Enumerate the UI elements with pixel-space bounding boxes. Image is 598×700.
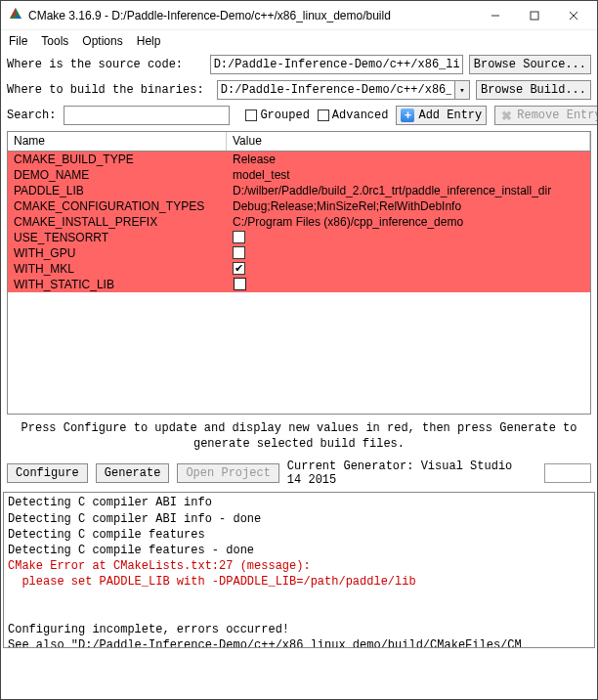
chevron-down-icon: ▾ xyxy=(459,85,464,96)
menu-options[interactable]: Options xyxy=(82,34,122,48)
cache-entry-name: PADDLE_LIB xyxy=(8,183,227,198)
plus-icon: + xyxy=(401,109,414,122)
generator-extra-field[interactable] xyxy=(544,463,591,483)
col-name[interactable]: Name xyxy=(8,132,227,151)
hint-text: Press Configure to update and display ne… xyxy=(1,415,597,458)
cache-entry-name: CMAKE_INSTALL_PREFIX xyxy=(8,214,227,230)
output-line: Detecting C compiler ABI info xyxy=(8,495,590,510)
table-row[interactable]: DEMO_NAMEmodel_test xyxy=(8,167,590,183)
output-line: CMake Error at CMakeLists.txt:27 (messag… xyxy=(8,558,590,574)
grouped-checkbox[interactable]: Grouped xyxy=(245,109,309,122)
table-row[interactable]: CMAKE_CONFIGURATION_TYPESDebug;Release;M… xyxy=(8,198,590,214)
menu-tools[interactable]: Tools xyxy=(41,34,68,48)
checkbox-icon[interactable] xyxy=(233,246,245,259)
cache-entry-value[interactable]: Release xyxy=(227,152,590,167)
browse-source-button[interactable]: Browse Source... xyxy=(469,55,591,74)
col-value[interactable]: Value xyxy=(227,132,590,151)
table-row[interactable]: WITH_MKL✔ xyxy=(8,261,590,277)
advanced-checkbox[interactable]: Advanced xyxy=(318,109,389,122)
remove-entry-button[interactable]: ✖Remove Entry xyxy=(494,106,598,125)
checkbox-icon[interactable]: ✔ xyxy=(233,262,245,275)
titlebar: CMake 3.16.9 - D:/Paddle-Inference-Demo/… xyxy=(1,1,597,30)
output-line: please set PADDLE_LIB with -DPADDLE_LIB=… xyxy=(8,574,590,590)
build-label: Where to build the binaries: xyxy=(7,83,211,97)
build-input[interactable] xyxy=(217,80,454,100)
search-label: Search: xyxy=(7,109,56,122)
source-row: Where is the source code: Browse Source.… xyxy=(1,52,597,77)
cache-entry-value[interactable]: C:/Program Files (x86)/cpp_inference_dem… xyxy=(227,214,590,230)
table-row[interactable]: CMAKE_BUILD_TYPERelease xyxy=(8,152,590,167)
cache-entry-value[interactable] xyxy=(227,230,590,245)
open-project-button[interactable]: Open Project xyxy=(177,463,278,483)
output-line: Detecting C compile features - done xyxy=(8,543,590,558)
window-title: CMake 3.16.9 - D:/Paddle-Inference-Demo/… xyxy=(28,9,476,22)
source-input[interactable] xyxy=(210,55,463,74)
cache-entry-name: DEMO_NAME xyxy=(8,167,227,183)
app-logo-icon xyxy=(9,7,22,23)
current-generator-label: Current Generator: Visual Studio 14 2015 xyxy=(287,459,529,487)
cache-entry-value[interactable]: Debug;Release;MinSizeRel;RelWithDebInfo xyxy=(227,198,590,214)
cache-entry-value[interactable] xyxy=(227,245,590,261)
checkbox-icon xyxy=(245,109,257,121)
menubar: File Tools Options Help xyxy=(1,30,597,52)
output-line xyxy=(8,606,590,622)
checkbox-icon xyxy=(318,109,329,121)
output-line: Configuring incomplete, errors occurred! xyxy=(8,622,590,637)
cache-entry-value[interactable]: D:/wilber/Paddle/build_2.0rc1_trt/paddle… xyxy=(227,183,590,198)
svg-rect-4 xyxy=(531,12,538,20)
cache-entry-name: WITH_STATIC_LIB xyxy=(8,277,227,292)
menu-file[interactable]: File xyxy=(9,34,27,48)
output-log[interactable]: Detecting C compiler ABI infoDetecting C… xyxy=(3,492,595,648)
table-row[interactable]: CMAKE_INSTALL_PREFIXC:/Program Files (x8… xyxy=(8,214,590,230)
generate-button[interactable]: Generate xyxy=(96,463,170,483)
table-row[interactable]: PADDLE_LIBD:/wilber/Paddle/build_2.0rc1_… xyxy=(8,183,590,198)
add-entry-button[interactable]: +Add Entry xyxy=(396,106,487,125)
table-body: CMAKE_BUILD_TYPEReleaseDEMO_NAMEmodel_te… xyxy=(8,152,590,292)
close-button[interactable] xyxy=(554,2,593,29)
build-dropdown-button[interactable]: ▾ xyxy=(454,80,470,100)
x-icon: ✖ xyxy=(499,109,513,122)
table-header: Name Value xyxy=(8,132,590,152)
output-line xyxy=(8,591,590,606)
menu-help[interactable]: Help xyxy=(137,34,161,48)
checkbox-icon[interactable] xyxy=(233,231,245,243)
source-label: Where is the source code: xyxy=(7,58,204,71)
cache-entry-name: WITH_MKL xyxy=(8,261,227,277)
table-row[interactable]: WITH_GPU xyxy=(8,245,590,261)
cache-entry-value[interactable]: ✔ xyxy=(227,261,590,277)
maximize-button[interactable] xyxy=(515,2,554,29)
output-line: See also "D:/Paddle-Inference-Demo/c++/x… xyxy=(8,637,590,648)
build-row: Where to build the binaries: ▾ Browse Bu… xyxy=(1,77,597,103)
cache-table: Name Value CMAKE_BUILD_TYPEReleaseDEMO_N… xyxy=(7,131,591,415)
table-row[interactable]: WITH_STATIC_LIB xyxy=(8,277,590,292)
configure-button[interactable]: Configure xyxy=(7,463,88,483)
table-row[interactable]: USE_TENSORRT xyxy=(8,230,590,245)
output-line: Detecting C compile features xyxy=(8,527,590,543)
action-row: Configure Generate Open Project Current … xyxy=(1,458,597,489)
cache-entry-name: USE_TENSORRT xyxy=(8,230,227,245)
search-input[interactable] xyxy=(64,106,230,125)
search-row: Search: Grouped Advanced +Add Entry ✖Rem… xyxy=(1,103,597,128)
output-line: Detecting C compiler ABI info - done xyxy=(8,511,590,527)
cache-entry-name: CMAKE_BUILD_TYPE xyxy=(8,152,227,167)
cache-entry-value[interactable] xyxy=(227,277,590,292)
minimize-button[interactable] xyxy=(476,2,515,29)
checkbox-icon[interactable] xyxy=(234,278,246,290)
browse-build-button[interactable]: Browse Build... xyxy=(476,80,591,100)
cache-entry-name: WITH_GPU xyxy=(8,245,227,261)
cache-entry-value[interactable]: model_test xyxy=(227,167,590,183)
cache-entry-name: CMAKE_CONFIGURATION_TYPES xyxy=(8,198,227,214)
